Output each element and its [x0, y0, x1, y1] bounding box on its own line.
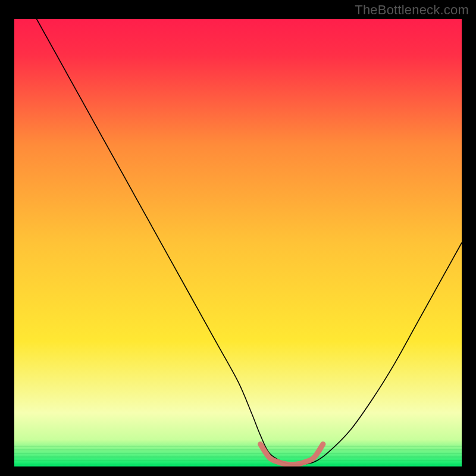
chart-frame: TheBottleneck.com — [0, 0, 476, 476]
plot-area — [14, 19, 462, 466]
svg-rect-0 — [14, 19, 462, 466]
watermark-text: TheBottleneck.com — [355, 2, 469, 18]
chart-svg — [14, 19, 462, 466]
